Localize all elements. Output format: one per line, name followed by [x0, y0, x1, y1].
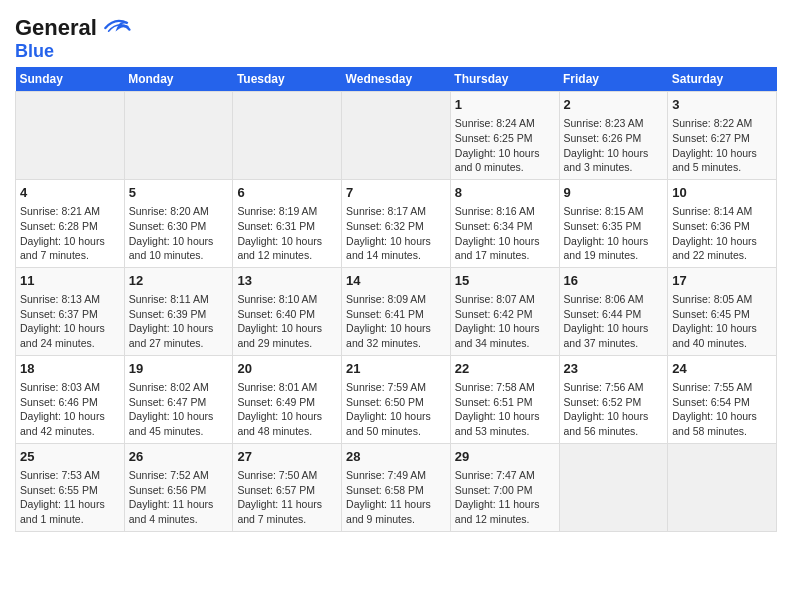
day-number: 9 [564, 184, 664, 202]
calendar-cell: 1Sunrise: 8:24 AM Sunset: 6:25 PM Daylig… [450, 92, 559, 180]
day-number: 6 [237, 184, 337, 202]
calendar-cell: 22Sunrise: 7:58 AM Sunset: 6:51 PM Dayli… [450, 355, 559, 443]
day-number: 15 [455, 272, 555, 290]
calendar-cell: 15Sunrise: 8:07 AM Sunset: 6:42 PM Dayli… [450, 267, 559, 355]
calendar-cell: 28Sunrise: 7:49 AM Sunset: 6:58 PM Dayli… [342, 443, 451, 531]
calendar-cell: 23Sunrise: 7:56 AM Sunset: 6:52 PM Dayli… [559, 355, 668, 443]
calendar-cell [342, 92, 451, 180]
calendar-cell: 13Sunrise: 8:10 AM Sunset: 6:40 PM Dayli… [233, 267, 342, 355]
day-info: Sunrise: 7:56 AM Sunset: 6:52 PM Dayligh… [564, 380, 664, 439]
day-info: Sunrise: 8:15 AM Sunset: 6:35 PM Dayligh… [564, 204, 664, 263]
calendar-cell: 24Sunrise: 7:55 AM Sunset: 6:54 PM Dayli… [668, 355, 777, 443]
col-header-saturday: Saturday [668, 67, 777, 92]
day-info: Sunrise: 7:58 AM Sunset: 6:51 PM Dayligh… [455, 380, 555, 439]
calendar-cell: 25Sunrise: 7:53 AM Sunset: 6:55 PM Dayli… [16, 443, 125, 531]
calendar-cell: 26Sunrise: 7:52 AM Sunset: 6:56 PM Dayli… [124, 443, 233, 531]
day-number: 27 [237, 448, 337, 466]
day-number: 28 [346, 448, 446, 466]
calendar-cell: 12Sunrise: 8:11 AM Sunset: 6:39 PM Dayli… [124, 267, 233, 355]
day-number: 24 [672, 360, 772, 378]
day-info: Sunrise: 7:47 AM Sunset: 7:00 PM Dayligh… [455, 468, 555, 527]
col-header-tuesday: Tuesday [233, 67, 342, 92]
calendar-cell [16, 92, 125, 180]
day-info: Sunrise: 8:05 AM Sunset: 6:45 PM Dayligh… [672, 292, 772, 351]
day-number: 7 [346, 184, 446, 202]
day-info: Sunrise: 8:20 AM Sunset: 6:30 PM Dayligh… [129, 204, 229, 263]
day-info: Sunrise: 7:50 AM Sunset: 6:57 PM Dayligh… [237, 468, 337, 527]
day-number: 17 [672, 272, 772, 290]
col-header-friday: Friday [559, 67, 668, 92]
calendar-table: SundayMondayTuesdayWednesdayThursdayFrid… [15, 67, 777, 532]
calendar-cell: 4Sunrise: 8:21 AM Sunset: 6:28 PM Daylig… [16, 179, 125, 267]
calendar-cell: 6Sunrise: 8:19 AM Sunset: 6:31 PM Daylig… [233, 179, 342, 267]
day-info: Sunrise: 8:23 AM Sunset: 6:26 PM Dayligh… [564, 116, 664, 175]
calendar-cell [668, 443, 777, 531]
day-info: Sunrise: 8:01 AM Sunset: 6:49 PM Dayligh… [237, 380, 337, 439]
day-number: 29 [455, 448, 555, 466]
day-info: Sunrise: 8:10 AM Sunset: 6:40 PM Dayligh… [237, 292, 337, 351]
day-number: 16 [564, 272, 664, 290]
day-info: Sunrise: 7:55 AM Sunset: 6:54 PM Dayligh… [672, 380, 772, 439]
logo-text: General [15, 17, 97, 39]
day-number: 10 [672, 184, 772, 202]
day-info: Sunrise: 8:14 AM Sunset: 6:36 PM Dayligh… [672, 204, 772, 263]
day-number: 18 [20, 360, 120, 378]
calendar-cell [559, 443, 668, 531]
calendar-cell: 5Sunrise: 8:20 AM Sunset: 6:30 PM Daylig… [124, 179, 233, 267]
calendar-cell: 27Sunrise: 7:50 AM Sunset: 6:57 PM Dayli… [233, 443, 342, 531]
day-info: Sunrise: 8:07 AM Sunset: 6:42 PM Dayligh… [455, 292, 555, 351]
logo-icon [99, 14, 131, 42]
logo: General Blue [15, 14, 131, 61]
day-info: Sunrise: 8:13 AM Sunset: 6:37 PM Dayligh… [20, 292, 120, 351]
day-number: 1 [455, 96, 555, 114]
calendar-cell [233, 92, 342, 180]
day-number: 19 [129, 360, 229, 378]
day-info: Sunrise: 8:06 AM Sunset: 6:44 PM Dayligh… [564, 292, 664, 351]
day-info: Sunrise: 8:22 AM Sunset: 6:27 PM Dayligh… [672, 116, 772, 175]
day-number: 14 [346, 272, 446, 290]
day-info: Sunrise: 8:09 AM Sunset: 6:41 PM Dayligh… [346, 292, 446, 351]
col-header-thursday: Thursday [450, 67, 559, 92]
day-number: 11 [20, 272, 120, 290]
day-info: Sunrise: 8:19 AM Sunset: 6:31 PM Dayligh… [237, 204, 337, 263]
calendar-cell: 20Sunrise: 8:01 AM Sunset: 6:49 PM Dayli… [233, 355, 342, 443]
calendar-cell: 17Sunrise: 8:05 AM Sunset: 6:45 PM Dayli… [668, 267, 777, 355]
day-number: 22 [455, 360, 555, 378]
day-info: Sunrise: 7:49 AM Sunset: 6:58 PM Dayligh… [346, 468, 446, 527]
day-number: 3 [672, 96, 772, 114]
calendar-cell: 16Sunrise: 8:06 AM Sunset: 6:44 PM Dayli… [559, 267, 668, 355]
page-header: General Blue [15, 10, 777, 61]
calendar-cell: 21Sunrise: 7:59 AM Sunset: 6:50 PM Dayli… [342, 355, 451, 443]
day-info: Sunrise: 7:52 AM Sunset: 6:56 PM Dayligh… [129, 468, 229, 527]
calendar-cell: 7Sunrise: 8:17 AM Sunset: 6:32 PM Daylig… [342, 179, 451, 267]
day-number: 2 [564, 96, 664, 114]
day-number: 12 [129, 272, 229, 290]
day-info: Sunrise: 8:03 AM Sunset: 6:46 PM Dayligh… [20, 380, 120, 439]
calendar-cell: 10Sunrise: 8:14 AM Sunset: 6:36 PM Dayli… [668, 179, 777, 267]
calendar-cell: 18Sunrise: 8:03 AM Sunset: 6:46 PM Dayli… [16, 355, 125, 443]
calendar-cell: 29Sunrise: 7:47 AM Sunset: 7:00 PM Dayli… [450, 443, 559, 531]
day-number: 4 [20, 184, 120, 202]
day-number: 23 [564, 360, 664, 378]
day-info: Sunrise: 8:17 AM Sunset: 6:32 PM Dayligh… [346, 204, 446, 263]
calendar-cell: 14Sunrise: 8:09 AM Sunset: 6:41 PM Dayli… [342, 267, 451, 355]
col-header-wednesday: Wednesday [342, 67, 451, 92]
day-info: Sunrise: 8:21 AM Sunset: 6:28 PM Dayligh… [20, 204, 120, 263]
col-header-sunday: Sunday [16, 67, 125, 92]
calendar-cell: 9Sunrise: 8:15 AM Sunset: 6:35 PM Daylig… [559, 179, 668, 267]
day-info: Sunrise: 7:59 AM Sunset: 6:50 PM Dayligh… [346, 380, 446, 439]
day-info: Sunrise: 8:16 AM Sunset: 6:34 PM Dayligh… [455, 204, 555, 263]
day-info: Sunrise: 8:11 AM Sunset: 6:39 PM Dayligh… [129, 292, 229, 351]
calendar-cell: 3Sunrise: 8:22 AM Sunset: 6:27 PM Daylig… [668, 92, 777, 180]
day-number: 8 [455, 184, 555, 202]
day-number: 26 [129, 448, 229, 466]
day-number: 21 [346, 360, 446, 378]
day-info: Sunrise: 8:02 AM Sunset: 6:47 PM Dayligh… [129, 380, 229, 439]
calendar-cell: 2Sunrise: 8:23 AM Sunset: 6:26 PM Daylig… [559, 92, 668, 180]
calendar-cell: 19Sunrise: 8:02 AM Sunset: 6:47 PM Dayli… [124, 355, 233, 443]
day-number: 25 [20, 448, 120, 466]
logo-blue: Blue [15, 41, 54, 61]
day-number: 13 [237, 272, 337, 290]
calendar-cell [124, 92, 233, 180]
col-header-monday: Monday [124, 67, 233, 92]
